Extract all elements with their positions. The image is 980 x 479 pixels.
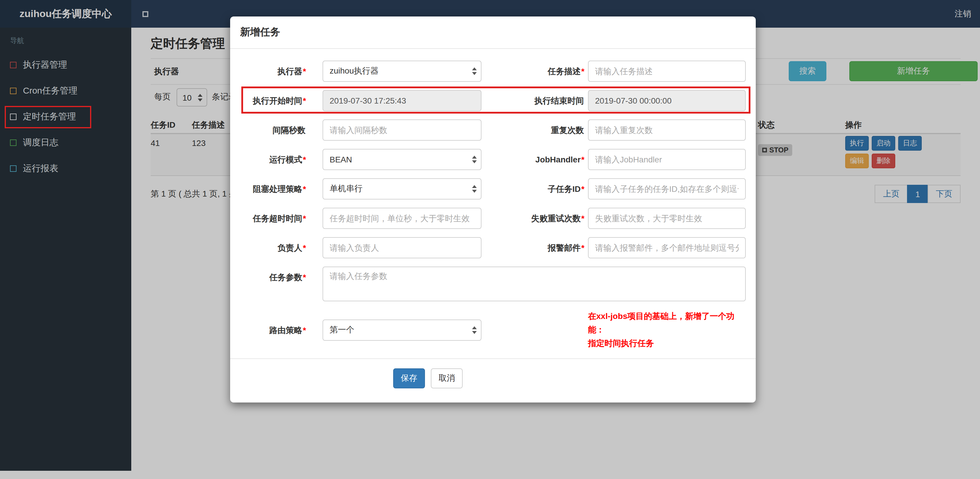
repeat-count-label: 重复次数: [498, 119, 584, 141]
route-strategy-label: 路由策略*: [240, 319, 306, 341]
interval-input[interactable]: [323, 119, 482, 141]
select-arrows-icon: [472, 185, 477, 193]
interval-label: 间隔秒数: [240, 119, 306, 141]
app-window: zuihou任务调度中心 注销 导航 执行器管理 Cron任务管理 定时任务管理…: [0, 0, 980, 479]
repeat-count-input[interactable]: [588, 119, 746, 141]
modal-title: 新增任务: [240, 25, 746, 40]
child-job-id-input[interactable]: [588, 178, 746, 199]
child-job-id-label: 子任务ID*: [498, 178, 584, 199]
block-strategy-select[interactable]: 单机串行: [323, 178, 482, 199]
end-time-input[interactable]: [588, 90, 746, 111]
fail-retry-label: 失败重试次数*: [498, 208, 584, 229]
feature-note-line1: 在xxl-jobs项目的基础上，新增了一个功能：: [588, 310, 746, 337]
timeout-label: 任务超时时间*: [240, 208, 306, 229]
executor-select-value: zuihou执行器: [329, 66, 379, 76]
job-desc-input[interactable]: [588, 60, 746, 82]
route-strategy-select[interactable]: 第一个: [323, 319, 482, 341]
job-param-textarea[interactable]: [323, 267, 746, 301]
cancel-button[interactable]: 取消: [431, 368, 463, 388]
modal-header: 新增任务: [230, 16, 756, 49]
executor-select[interactable]: zuihou执行器: [323, 60, 482, 82]
select-arrows-icon: [472, 67, 477, 75]
select-arrows-icon: [472, 156, 477, 163]
end-time-label: 执行结束时间: [498, 90, 584, 111]
add-task-modal: 新增任务 执行器* zuihou执行器 任务描述* 执行开始时间* 执行结束时间…: [230, 16, 756, 403]
block-strategy-select-value: 单机串行: [329, 184, 363, 194]
run-mode-label: 运行模式*: [240, 149, 306, 170]
owner-input[interactable]: [323, 237, 482, 258]
start-time-label: 执行开始时间*: [240, 90, 306, 111]
save-button[interactable]: 保存: [393, 368, 425, 388]
modal-body: 执行器* zuihou执行器 任务描述* 执行开始时间* 执行结束时间 间隔秒数…: [230, 49, 756, 350]
route-strategy-select-value: 第一个: [329, 325, 354, 335]
block-strategy-label: 阻塞处理策略*: [240, 178, 306, 199]
executor-label: 执行器*: [240, 60, 306, 82]
owner-label: 负责人*: [240, 237, 306, 258]
job-handler-label: JobHandler*: [498, 149, 584, 170]
modal-footer: 保存 取消: [230, 359, 756, 403]
job-desc-label: 任务描述*: [498, 60, 584, 82]
run-mode-select[interactable]: BEAN: [323, 149, 482, 170]
feature-note: 在xxl-jobs项目的基础上，新增了一个功能： 指定时间执行任务: [588, 310, 746, 350]
job-handler-input[interactable]: [588, 149, 746, 170]
run-mode-select-value: BEAN: [329, 155, 352, 164]
start-time-input[interactable]: [323, 90, 482, 111]
fail-retry-input[interactable]: [588, 208, 746, 229]
select-arrows-icon: [472, 326, 477, 334]
alarm-email-input[interactable]: [588, 237, 746, 258]
feature-note-line2: 指定时间执行任务: [588, 337, 746, 350]
alarm-email-label: 报警邮件*: [498, 237, 584, 258]
timeout-input[interactable]: [323, 208, 482, 229]
job-param-label: 任务参数*: [240, 267, 306, 288]
